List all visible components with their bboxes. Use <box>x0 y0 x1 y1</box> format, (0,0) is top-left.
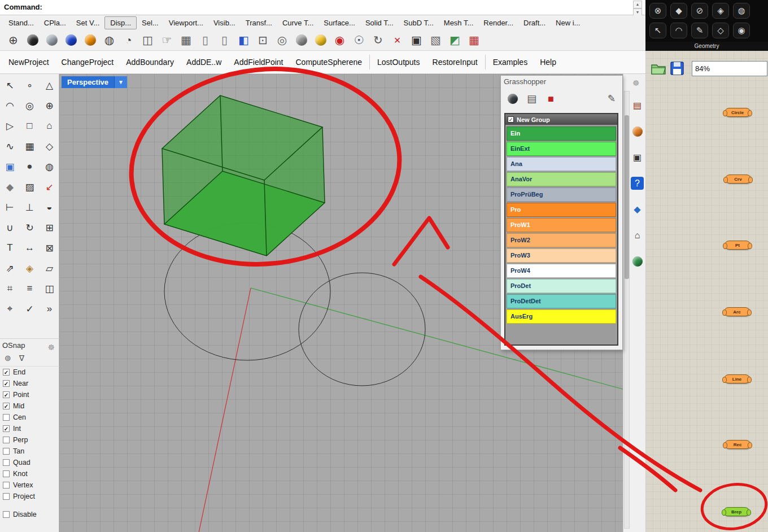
sphere-geo-icon[interactable]: ◍ <box>733 3 750 19</box>
checkbox[interactable] <box>3 414 10 421</box>
box-wire-icon[interactable]: ▧ <box>427 32 444 49</box>
disc-gray-icon[interactable] <box>293 32 310 49</box>
plugin-command[interactable]: ChangeProject <box>55 51 120 73</box>
menu-item[interactable]: New i... <box>551 17 585 29</box>
menu-item[interactable]: Set V... <box>71 17 104 29</box>
import-tool-icon[interactable]: ↙ <box>40 177 59 197</box>
display-panel-icon[interactable]: ▣ <box>631 151 644 164</box>
sphere-rotate-icon[interactable]: ↻ <box>369 32 387 49</box>
group-item[interactable]: ProDet <box>507 279 616 293</box>
menu-item[interactable]: SubD T... <box>399 17 439 29</box>
monitor-icon[interactable]: ▣ <box>408 32 425 49</box>
help-panel-icon[interactable]: ? <box>631 177 644 190</box>
rectangle-tool-icon[interactable]: □ <box>20 116 40 136</box>
menu-item[interactable]: Solid T... <box>360 17 399 29</box>
osnap-item[interactable]: Knot <box>0 468 59 479</box>
surface-tool-icon[interactable]: ▦ <box>20 136 40 156</box>
plane-tool-icon[interactable]: ◇ <box>40 136 59 156</box>
array-tool-icon[interactable]: ⊞ <box>40 217 59 238</box>
polygon-tool-icon[interactable]: ⌂ <box>40 116 59 136</box>
menu-item[interactable]: Visib... <box>208 17 241 29</box>
edit-geo-icon[interactable]: ⊘ <box>691 3 708 19</box>
box-tool-icon[interactable]: ▣ <box>0 156 20 177</box>
curve-tool-icon[interactable]: ◠ <box>0 95 20 116</box>
plugin-command[interactable]: Examples <box>487 51 534 73</box>
mesh-sphere-icon[interactable] <box>505 91 520 107</box>
cylinder-icon[interactable]: ▤ <box>524 91 539 107</box>
gh-component[interactable]: Brep <box>723 507 749 516</box>
sphere-tool-icon[interactable]: ● <box>20 156 40 177</box>
sphere-blue-icon[interactable] <box>62 32 80 49</box>
group-item[interactable]: ProW2 <box>507 233 616 247</box>
target-tool-icon[interactable]: ⌖ <box>0 299 20 319</box>
group-item[interactable]: ProW3 <box>507 248 616 263</box>
split-tool-icon[interactable]: ⊠ <box>40 238 59 258</box>
checkbox[interactable] <box>3 482 10 489</box>
checkbox[interactable] <box>3 391 10 398</box>
scrollbar-thumb[interactable] <box>625 115 629 279</box>
osnap-item[interactable]: Int <box>0 423 59 434</box>
viewport-tab[interactable]: Perspective ▼ <box>62 76 127 88</box>
gh-component[interactable]: Arc <box>724 307 750 316</box>
learn-panel-icon[interactable]: ⌂ <box>631 229 644 242</box>
osnap-item[interactable]: End <box>0 367 59 378</box>
green-box-brep[interactable] <box>162 95 325 256</box>
circle-center-tool-icon[interactable]: ⊕ <box>40 95 59 116</box>
plugin-command[interactable]: AddFieldPoint <box>228 51 289 73</box>
arc-geo-icon[interactable]: ◠ <box>670 23 687 38</box>
scroll-up-button[interactable]: ▲ <box>633 1 642 8</box>
extrude-tool-icon[interactable]: ⇗ <box>0 258 20 278</box>
osnap-item[interactable]: Tan <box>0 446 59 457</box>
sphere-eye-icon[interactable]: ☉ <box>350 32 368 49</box>
menu-item[interactable]: Stand... <box>3 17 39 29</box>
check-tool-icon[interactable]: ✓ <box>20 299 40 319</box>
gh-component[interactable]: Rec <box>725 440 750 449</box>
sphere-black-icon[interactable] <box>24 32 41 49</box>
more-tools-icon[interactable]: » <box>40 299 59 319</box>
checkbox[interactable] <box>3 470 10 477</box>
group-item[interactable]: ProDetDet <box>507 294 616 308</box>
menu-item[interactable]: Draft... <box>518 17 551 29</box>
checkbox[interactable] <box>3 369 10 376</box>
solid-tool-icon[interactable]: ◆ <box>0 177 20 197</box>
gh-component[interactable]: Line <box>724 374 750 383</box>
hand-icon[interactable]: ☞ <box>158 32 176 49</box>
vertical-scrollbar[interactable] <box>624 91 630 529</box>
trim-tool-icon[interactable]: ⊥ <box>20 197 40 217</box>
circle-tool-icon[interactable]: ◎ <box>20 95 40 116</box>
cubes-blue-icon[interactable]: ◧ <box>235 32 252 49</box>
sphere-orange-icon[interactable] <box>81 32 99 49</box>
menu-item[interactable]: Transf... <box>241 17 277 29</box>
osnap-disable-item[interactable]: Disable <box>0 509 59 520</box>
group-item[interactable]: AnaVor <box>507 172 616 186</box>
group-item[interactable]: ProW4 <box>507 264 616 278</box>
osnap-filter-icon[interactable]: ∇ <box>19 354 24 363</box>
cubes-color-icon[interactable]: ◩ <box>446 32 464 49</box>
vase-icon[interactable]: ▯ <box>197 32 214 49</box>
group-item[interactable]: AusErg <box>507 309 616 324</box>
arc-tool-icon[interactable]: ▷ <box>0 116 20 136</box>
control-point-tool-icon[interactable]: △ <box>40 75 59 95</box>
cells-box-icon[interactable]: ▦ <box>177 32 195 49</box>
checkbox[interactable] <box>3 380 10 387</box>
plugin-command[interactable]: Help <box>534 51 562 73</box>
intersect-geo-icon[interactable]: ⊗ <box>649 3 666 19</box>
globe-wire-icon[interactable]: ◍ <box>101 32 118 49</box>
vector-geo-icon[interactable]: ↖ <box>649 23 666 38</box>
osnap-item[interactable]: Perp <box>0 434 59 446</box>
join-tool-icon[interactable]: ∪ <box>0 217 20 238</box>
plugin-command[interactable]: ComputeSpherene <box>289 51 368 73</box>
group-item[interactable]: ProPrüBeg <box>507 187 616 202</box>
gear-icon[interactable]: ☸ <box>47 341 55 354</box>
command-history-scrollbar[interactable]: ▲ ▼ <box>633 1 642 15</box>
command-bar[interactable]: Command: ▲ ▼ <box>0 0 645 15</box>
point-tool-icon[interactable]: ∘ <box>20 75 40 95</box>
select-tool-icon[interactable]: ↖ <box>0 75 20 95</box>
grasshopper-canvas[interactable]: Circle Crv Pt Arc Line Rec Brep <box>645 51 768 532</box>
checkbox[interactable] <box>3 493 10 500</box>
layers-panel-icon[interactable]: ▤ <box>631 99 644 112</box>
gear-icon[interactable]: ☸ <box>632 79 640 88</box>
checkbox[interactable] <box>3 403 10 409</box>
open-folder-icon[interactable] <box>651 62 666 76</box>
group-checkbox[interactable]: ✓ <box>508 116 514 123</box>
